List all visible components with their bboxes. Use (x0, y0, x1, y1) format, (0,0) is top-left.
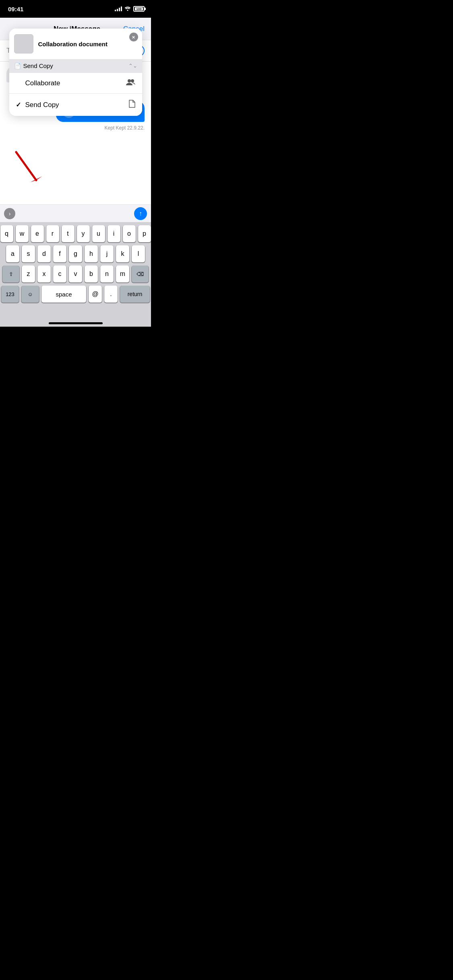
shift-key[interactable]: ⇧ (2, 266, 19, 282)
key-q[interactable]: q (0, 225, 13, 242)
key-l[interactable]: l (132, 245, 145, 262)
svg-point-3 (128, 79, 131, 82)
key-a[interactable]: a (6, 245, 19, 262)
svg-marker-2 (30, 176, 42, 182)
collaborate-option[interactable]: Collaborate (9, 73, 142, 94)
battery-icon: 100 (133, 6, 145, 12)
key-p[interactable]: p (138, 225, 151, 242)
emoji-key[interactable]: ☺ (21, 286, 39, 303)
keyboard-row-2: a s d f g h j k l (1, 245, 150, 262)
key-z[interactable]: z (22, 266, 35, 282)
svg-line-1 (16, 152, 36, 180)
key-y[interactable]: y (77, 225, 90, 242)
collab-options-dropdown: Collaborate ✓ Send (9, 72, 142, 116)
status-icons: 100 (115, 6, 145, 12)
key-s[interactable]: s (22, 245, 35, 262)
key-i[interactable]: i (108, 225, 120, 242)
collab-send-row: 📄 Send Copy ⌃⌄ (9, 59, 142, 72)
doc-thumbnail (14, 34, 33, 54)
chevron-updown-icon: ⌃⌄ (128, 63, 137, 69)
numbers-key[interactable]: 123 (1, 286, 19, 303)
send-arrow-icon: ↑ (139, 210, 142, 217)
status-bar: 09:41 100 (0, 0, 151, 18)
dot-key[interactable]: . (104, 286, 118, 303)
key-b[interactable]: b (85, 266, 98, 282)
keyboard-row-1: q w e r t y u i o p (1, 225, 150, 242)
key-t[interactable]: t (62, 225, 74, 242)
key-e[interactable]: e (31, 225, 44, 242)
send-copy-option[interactable]: ✓ Send Copy (9, 94, 142, 116)
collab-send-label: 📄 Send Copy (14, 62, 53, 69)
status-time: 09:41 (8, 6, 23, 12)
key-d[interactable]: d (37, 245, 51, 262)
doc-small-icon: 📄 (14, 63, 21, 69)
send-button[interactable]: ↑ (134, 207, 147, 220)
key-w[interactable]: w (16, 225, 29, 242)
key-f[interactable]: f (53, 245, 66, 262)
keyboard: q w e r t y u i o p a s d f g h j k l ⇧ … (0, 222, 151, 327)
keyboard-row-3: ⇧ z x c v b n m ⌫ (1, 266, 150, 282)
collab-close-button[interactable]: × (129, 33, 138, 41)
send-copy-label: Send Copy (25, 101, 59, 109)
key-x[interactable]: x (37, 266, 51, 282)
arrow-annotation (12, 150, 44, 186)
document-icon (128, 99, 136, 110)
keyboard-row-4: 123 ☺ space @ . return (1, 286, 150, 303)
kept-label: Kept Kept 22.9.22. (6, 125, 145, 131)
key-m[interactable]: m (116, 266, 129, 282)
home-indicator (49, 322, 103, 324)
key-h[interactable]: h (85, 245, 98, 262)
key-o[interactable]: o (123, 225, 136, 242)
delete-key[interactable]: ⌫ (132, 266, 149, 282)
toolbar-expand-button[interactable]: › (4, 208, 15, 219)
chevron-right-icon: › (9, 210, 11, 217)
collaboration-popup: Collaboration document × 📄 Send Copy ⌃⌄ (9, 29, 142, 116)
key-c[interactable]: c (53, 266, 66, 282)
wifi-icon (124, 6, 131, 12)
svg-point-0 (127, 10, 128, 11)
close-icon: × (132, 34, 135, 40)
key-j[interactable]: j (100, 245, 114, 262)
at-key[interactable]: @ (89, 286, 102, 303)
key-r[interactable]: r (46, 225, 59, 242)
send-copy-checkmark: ✓ (16, 101, 22, 109)
people-icon (126, 78, 136, 88)
collaborate-label: Collaborate (25, 79, 60, 87)
collab-popup-header: Collaboration document × (9, 29, 142, 59)
input-toolbar: › ↑ (0, 204, 151, 222)
key-v[interactable]: v (69, 266, 82, 282)
key-g[interactable]: g (69, 245, 82, 262)
return-key[interactable]: return (120, 286, 150, 303)
signal-icon (115, 6, 122, 11)
space-key[interactable]: space (41, 286, 86, 303)
key-n[interactable]: n (100, 266, 114, 282)
key-u[interactable]: u (92, 225, 105, 242)
collab-doc-title: Collaboration document (38, 41, 108, 47)
key-k[interactable]: k (116, 245, 129, 262)
main-content: New iMessage Cancel To: Jovana N. + Hey … (0, 18, 151, 327)
messages-area: Hey Thu, 22 Sep at 22:48 (0, 62, 151, 204)
svg-point-4 (131, 79, 134, 82)
